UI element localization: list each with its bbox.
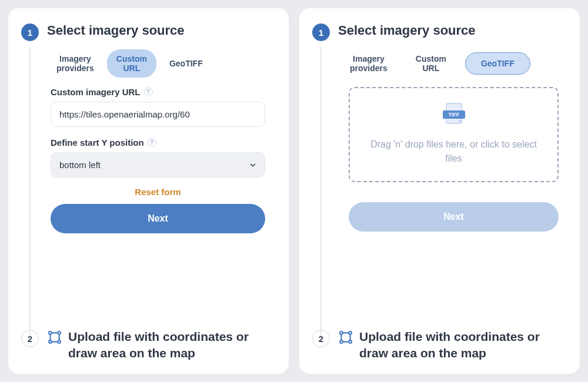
- custom-url-input[interactable]: [51, 102, 265, 127]
- ypos-label: Define start Y position ?: [51, 138, 265, 148]
- svg-point-9: [340, 331, 343, 334]
- step2-row: 2 Upload file with coordinates or draw a…: [21, 314, 276, 361]
- step2-title: Upload file with coordinates or draw are…: [47, 329, 276, 361]
- custom-url-label-text: Custom imagery URL: [51, 87, 141, 97]
- svg-point-2: [58, 331, 61, 334]
- custom-url-form: Custom imagery URL ? Define start Y posi…: [47, 87, 276, 233]
- tab-custom-url[interactable]: Custom URL: [107, 49, 156, 78]
- dropzone-text: Drag 'n' drop files here, or click to se…: [364, 138, 543, 166]
- step2-title-text: Upload file with coordinates or draw are…: [359, 329, 567, 361]
- tab-imagery-providers[interactable]: Imagery providers: [47, 49, 103, 78]
- reset-form-link[interactable]: Reset form: [135, 187, 181, 197]
- tab-custom-url[interactable]: Custom URL: [406, 49, 456, 78]
- ypos-label-text: Define start Y position: [51, 138, 144, 148]
- ypos-select-wrap: bottom left: [51, 152, 265, 177]
- source-tabs: Imagery providers Custom URL GeoTIFF: [340, 49, 567, 78]
- svg-text:TIFF: TIFF: [448, 112, 459, 118]
- step1-title: Select imagery source: [47, 22, 185, 39]
- step1-header: 1 Select imagery source: [21, 22, 276, 41]
- tab-imagery-providers[interactable]: Imagery providers: [340, 49, 397, 78]
- custom-url-label: Custom imagery URL ?: [51, 87, 265, 97]
- tab-geotiff[interactable]: GeoTIFF: [160, 54, 212, 73]
- next-button[interactable]: Next: [51, 204, 265, 233]
- svg-point-10: [349, 331, 352, 334]
- source-tabs: Imagery providers Custom URL GeoTIFF: [47, 49, 276, 78]
- file-dropzone[interactable]: TIFF Drag 'n' drop files here, or click …: [349, 87, 559, 182]
- right-panel: 1 Select imagery source Imagery provider…: [299, 8, 580, 374]
- timeline-line: [29, 47, 31, 336]
- timeline-line: [320, 47, 322, 336]
- step1-title: Select imagery source: [338, 22, 476, 39]
- step1-badge: 1: [21, 24, 39, 41]
- help-icon[interactable]: ?: [144, 88, 153, 96]
- step2-row: 2 Upload file with coordinates or draw a…: [312, 314, 567, 361]
- ypos-select[interactable]: bottom left: [51, 152, 265, 177]
- help-icon[interactable]: ?: [148, 138, 156, 147]
- draw-area-icon: [47, 330, 62, 345]
- svg-point-3: [49, 341, 52, 344]
- left-panel: 1 Select imagery source Imagery provider…: [8, 8, 289, 374]
- step1-badge: 1: [312, 24, 330, 41]
- step2-title: Upload file with coordinates or draw are…: [338, 329, 567, 361]
- svg-point-11: [340, 341, 343, 344]
- step1-header: 1 Select imagery source: [312, 22, 567, 41]
- svg-point-12: [349, 341, 352, 344]
- draw-area-icon: [338, 330, 353, 345]
- svg-point-1: [49, 331, 52, 334]
- svg-point-4: [58, 341, 61, 344]
- tiff-file-icon: TIFF: [438, 101, 470, 132]
- next-button[interactable]: Next: [349, 202, 559, 232]
- tab-geotiff[interactable]: GeoTIFF: [465, 52, 530, 75]
- geotiff-form: TIFF Drag 'n' drop files here, or click …: [340, 87, 567, 232]
- step2-title-text: Upload file with coordinates or draw are…: [68, 329, 276, 361]
